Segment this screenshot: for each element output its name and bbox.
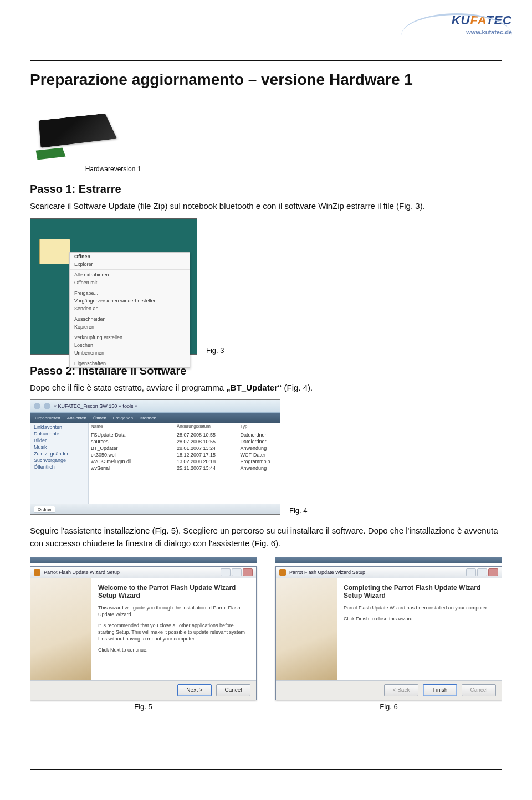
minimize-icon[interactable] bbox=[466, 568, 476, 576]
window-title: Parrot Flash Update Wizard Setup bbox=[289, 570, 466, 575]
file-row[interactable]: sources28.07.2008 10:55Dateiordner bbox=[91, 438, 278, 445]
explorer-toolbar: Organisieren Ansichten Öffnen Freigaben … bbox=[30, 413, 280, 423]
nav-item[interactable]: Bilder bbox=[33, 437, 86, 444]
cancel-button[interactable]: Cancel bbox=[216, 684, 250, 696]
step-1-title: Passo 1: Estrarre bbox=[30, 183, 502, 196]
footer-rule bbox=[30, 769, 502, 770]
toolbar-item[interactable]: Brennen bbox=[140, 416, 156, 420]
menu-item[interactable]: Öffnen mit... bbox=[70, 279, 190, 286]
finish-button[interactable]: Finish bbox=[423, 684, 457, 696]
step-1-text: Scaricare il Software Update (file Zip) … bbox=[30, 200, 502, 213]
fig4-caption: Fig. 4 bbox=[289, 506, 308, 515]
fig3-caption: Fig. 3 bbox=[206, 346, 224, 355]
brand-logo: KUFATEC www.kufatec.de bbox=[401, 13, 512, 47]
toolbar-item[interactable]: Freigaben bbox=[113, 416, 133, 420]
window-titlebar: Parrot Flash Update Wizard Setup bbox=[30, 567, 256, 578]
wizard-content: Completing the Parrot Flash Update Wizar… bbox=[337, 578, 502, 680]
step-2-text: Dopo che il file è stato estratto, avvia… bbox=[30, 382, 502, 394]
cancel-button: Cancel bbox=[462, 684, 496, 696]
brand-url: www.kufatec.de bbox=[401, 29, 512, 35]
app-icon bbox=[34, 569, 40, 576]
wizard-sidebar bbox=[276, 578, 337, 680]
fig3-image: Öffnen Explorer Alle extrahieren... Öffn… bbox=[30, 218, 197, 355]
brand-suf: TEC bbox=[486, 13, 512, 27]
file-list-header: Name Änderungsdatum Typ bbox=[91, 424, 278, 430]
wizard-heading: Welcome to the Parrot Flash Update Wizar… bbox=[98, 584, 249, 600]
brand-pre: KU bbox=[452, 13, 470, 27]
fig5-wizard: Parrot Flash Update Wizard Setup Welcome… bbox=[30, 557, 257, 711]
menu-item[interactable]: Umbenennen bbox=[70, 349, 190, 357]
maximize-icon[interactable] bbox=[232, 568, 242, 576]
zip-icon bbox=[39, 239, 70, 264]
app-icon bbox=[279, 569, 286, 576]
wizard-text: Click Next to continue. bbox=[98, 647, 249, 653]
back-icon[interactable] bbox=[34, 403, 40, 409]
header-rule bbox=[30, 60, 502, 61]
window-titlebar: Parrot Flash Update Wizard Setup bbox=[276, 567, 502, 578]
file-row[interactable]: FSUpdaterData28.07.2008 10:55Dateiordner bbox=[91, 432, 278, 438]
minimize-icon[interactable] bbox=[221, 568, 231, 576]
file-row[interactable]: BT_Updater28.01.2007 13:24Anwendung bbox=[91, 445, 278, 452]
fig4-explorer: « KUFATEC_Fiscon SW 150 » tools » Organi… bbox=[30, 399, 280, 515]
wizard-text: It is recommended that you close all oth… bbox=[98, 622, 249, 642]
explorer-titlebar: « KUFATEC_Fiscon SW 150 » tools » bbox=[30, 400, 280, 413]
forward-icon[interactable] bbox=[44, 403, 50, 409]
toolbar-item[interactable]: Ansichten bbox=[67, 416, 86, 420]
menu-item[interactable]: Öffnen bbox=[70, 253, 190, 260]
wizard-content: Welcome to the Parrot Flash Update Wizar… bbox=[91, 578, 256, 680]
file-row[interactable]: ck3050.wcf18.12.2007 17:15WCF-Datei bbox=[91, 452, 278, 458]
para-fig56: Seguire l'assistente installazione (Fig.… bbox=[30, 525, 502, 550]
next-button[interactable]: Next > bbox=[177, 684, 212, 696]
maximize-icon[interactable] bbox=[477, 568, 487, 576]
menu-item[interactable]: Freigabe... bbox=[70, 288, 190, 297]
explorer-statusbar: Ordner bbox=[30, 504, 280, 514]
nav-item[interactable]: Dokumente bbox=[33, 430, 86, 437]
nav-pane: Linkfavoriten Dokumente Bilder Musik Zul… bbox=[30, 423, 89, 505]
brand-mid: FA bbox=[470, 13, 486, 27]
fig5-caption: Fig. 5 bbox=[30, 702, 257, 711]
nav-item[interactable]: Musik bbox=[33, 444, 86, 450]
wizard-heading: Completing the Parrot Flash Update Wizar… bbox=[344, 584, 495, 600]
toolbar-item[interactable]: Organisieren bbox=[35, 416, 60, 420]
context-menu: Öffnen Explorer Alle extrahieren... Öffn… bbox=[69, 252, 190, 368]
menu-item[interactable]: Vorgängerversionen wiederherstellen bbox=[70, 297, 190, 305]
nav-item[interactable]: Suchvorgänge bbox=[33, 457, 86, 464]
wizard-sidebar bbox=[30, 578, 91, 680]
close-icon[interactable] bbox=[488, 568, 498, 576]
close-icon[interactable] bbox=[243, 568, 253, 576]
wizard-text: Parrot Flash Update Wizard has been inst… bbox=[344, 604, 495, 611]
page-title: Preparazione aggiornamento – versione Ha… bbox=[30, 71, 502, 89]
fig6-caption: Fig. 6 bbox=[275, 702, 502, 711]
menu-item[interactable]: Kopieren bbox=[70, 323, 190, 331]
wizard-text: Click Finish to close this wizard. bbox=[344, 616, 495, 622]
menu-item[interactable]: Verknüpfung erstellen bbox=[70, 332, 190, 341]
device-image bbox=[30, 99, 130, 165]
fig6-wizard: Parrot Flash Update Wizard Setup Complet… bbox=[275, 557, 502, 711]
nav-item: Linkfavoriten bbox=[33, 424, 86, 430]
menu-item[interactable]: Eigenschaften bbox=[70, 358, 190, 367]
nav-item[interactable]: Öffentlich bbox=[33, 464, 86, 470]
device-caption: Hardwareversion 1 bbox=[30, 165, 196, 173]
file-row[interactable]: wvSerial25.11.2007 13:44Anwendung bbox=[91, 465, 278, 471]
wizard-text: This wizard will guide you through the i… bbox=[98, 604, 249, 618]
back-button: < Back bbox=[384, 684, 418, 696]
menu-item[interactable]: Senden an bbox=[70, 305, 190, 312]
menu-item[interactable]: Löschen bbox=[70, 341, 190, 349]
toolbar-item[interactable]: Öffnen bbox=[93, 416, 106, 420]
menu-item[interactable]: Explorer bbox=[70, 260, 190, 268]
window-title: Parrot Flash Update Wizard Setup bbox=[44, 570, 221, 575]
file-row[interactable]: wvCK3mPlugIn.dll13.02.2008 20:18Programm… bbox=[91, 458, 278, 465]
status-chip[interactable]: Ordner bbox=[34, 506, 55, 513]
file-list: Name Änderungsdatum Typ FSUpdaterData28.… bbox=[89, 423, 280, 505]
page-content: Preparazione aggiornamento – versione Ha… bbox=[30, 71, 502, 750]
nav-item[interactable]: Zuletzt geändert bbox=[33, 450, 86, 457]
breadcrumb[interactable]: « KUFATEC_Fiscon SW 150 » tools » bbox=[54, 403, 137, 409]
menu-item[interactable]: Ausschneiden bbox=[70, 314, 190, 323]
menu-item[interactable]: Alle extrahieren... bbox=[70, 269, 190, 279]
